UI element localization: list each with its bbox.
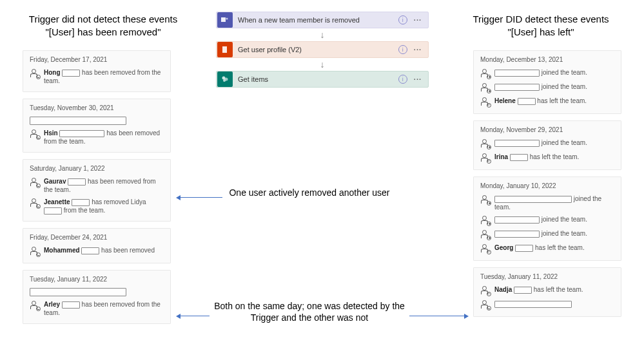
more-icon[interactable]: ··· (414, 46, 422, 53)
arrow-icon (181, 316, 210, 316)
redacted-surname (510, 154, 528, 161)
event-text (494, 300, 614, 308)
redacted-surname (81, 247, 99, 254)
event-text: Arley has been removed from the team. (44, 300, 164, 317)
info-icon[interactable]: i (398, 15, 407, 24)
activity-event: Georg has left the team. (480, 243, 614, 254)
heading-right-line1: Trigger DID detect these events (463, 13, 618, 26)
event-text: Jeanette has removed Lidya from the team… (44, 198, 164, 214)
user-name: Hong (44, 69, 62, 76)
flow-step-getitems[interactable]: Get items i ··· (216, 71, 429, 88)
activity-card: Monday, December 13, 2021 joined the tea… (473, 50, 621, 114)
svg-rect-0 (221, 17, 226, 22)
flow-step-trigger[interactable]: When a new team member is removed i ··· (216, 12, 429, 28)
card-date: Friday, December 17, 2021 (30, 56, 164, 63)
redacted-name (494, 216, 540, 224)
redacted-surname (518, 98, 536, 105)
activity-event: Jeanette has removed Lidya from the team… (30, 198, 164, 214)
card-date: Friday, December 24, 2021 (30, 234, 164, 241)
heading-left: Trigger did not detect these events "[Us… (26, 13, 181, 38)
activity-card: Monday, January 10, 2022 joined the team… (473, 176, 621, 261)
redacted-surname (62, 301, 80, 309)
activity-event (480, 300, 614, 310)
event-text: joined the team. (494, 82, 614, 91)
redacted-surname (68, 178, 86, 186)
redacted-surname (514, 287, 532, 294)
info-icon[interactable]: i (398, 45, 407, 54)
info-icon[interactable]: i (398, 75, 407, 84)
event-text: Nadja has left the team. (494, 285, 614, 294)
activity-event: joined the team. (480, 215, 614, 225)
event-text: Irina has left the team. (494, 153, 614, 161)
flow-step-label: Get items (238, 75, 398, 83)
redacted-surname (72, 199, 90, 206)
person-remove-icon (30, 68, 40, 79)
user-name: Gaurav (44, 178, 68, 185)
redacted-name (494, 231, 540, 238)
user-name: Jeanette (44, 198, 72, 205)
event-text: joined the team. (494, 195, 614, 211)
svg-point-1 (226, 18, 228, 20)
activity-event: Helene has left the team. (480, 97, 614, 107)
redacted-surname (44, 207, 62, 214)
activity-event: joined the team. (480, 138, 614, 149)
redacted-name (494, 84, 540, 91)
redacted-name (494, 196, 572, 203)
more-icon[interactable]: ··· (414, 16, 422, 24)
user-name: Arley (44, 301, 62, 308)
card-date: Monday, January 10, 2022 (480, 182, 614, 189)
more-icon[interactable]: ··· (414, 75, 422, 83)
person-remove-icon (30, 177, 40, 187)
redacted-name (494, 140, 540, 147)
activity-card: Saturday, January 1, 2022Gaurav has been… (23, 159, 171, 222)
event-text: joined the team. (494, 229, 614, 238)
event-text: Helene has left the team. (494, 97, 614, 105)
flow-diagram: When a new team member is removed i ··· … (216, 12, 429, 88)
person-remove-icon (30, 246, 40, 256)
user-name: Nadja (494, 286, 514, 293)
activity-event: Irina has left the team. (480, 153, 614, 163)
activity-event: joined the team. (480, 82, 614, 93)
redacted-block (30, 117, 126, 125)
event-text: Hsin has been removed from the team. (44, 129, 164, 146)
activity-card: Tuesday, January 11, 2022Nadja has left … (473, 267, 621, 317)
event-text: joined the team. (494, 68, 614, 77)
user-name: Mohammed (44, 247, 81, 254)
card-date: Monday, December 13, 2021 (480, 56, 614, 63)
person-add-icon (480, 138, 491, 149)
redacted-name (494, 301, 572, 308)
user-name: Hsin (44, 129, 59, 137)
person-left-icon (480, 97, 491, 107)
activity-card: Tuesday, January 11, 2022Arley has been … (23, 270, 171, 324)
activity-event: Hsin has been removed from the team. (30, 129, 164, 146)
heading-left-line1: Trigger did not detect these events (26, 13, 181, 26)
card-date: Tuesday, January 11, 2022 (480, 273, 614, 280)
annotation-same-day: Both on the same day; one was detected b… (213, 300, 406, 323)
heading-right: Trigger DID detect these events "[User] … (463, 13, 618, 38)
event-text: Hong has been removed from the team. (44, 68, 164, 85)
event-text: Georg has left the team. (494, 243, 614, 252)
person-remove-icon (30, 198, 40, 208)
user-name: Georg (494, 244, 515, 251)
person-remove-icon (30, 300, 40, 310)
teams-icon (217, 12, 233, 28)
event-text: Mohammed has been removed (44, 246, 164, 254)
arrow-icon (181, 197, 222, 198)
activity-card: Monday, November 29, 2021 joined the tea… (473, 120, 621, 170)
heading-right-line2: "[User] has left" (463, 26, 618, 39)
person-remove-icon (30, 129, 40, 139)
annotation-one-user-removed: One user actively removed another user (229, 187, 390, 198)
flow-step-profile[interactable]: Get user profile (V2) i ··· (216, 41, 429, 58)
redacted-surname (62, 70, 80, 77)
person-left-icon (480, 153, 491, 163)
person-add-icon (480, 215, 491, 225)
arrow-icon (409, 316, 464, 316)
right-column: Monday, December 13, 2021 joined the tea… (473, 50, 621, 323)
flow-step-label: Get user profile (V2) (238, 46, 398, 53)
svg-rect-2 (222, 46, 227, 53)
activity-event: joined the team. (480, 195, 614, 211)
flow-arrow-icon: ↓ (216, 58, 429, 71)
redacted-surname (59, 130, 104, 137)
flow-step-label: When a new team member is removed (238, 16, 398, 24)
event-text: joined the team. (494, 138, 614, 147)
